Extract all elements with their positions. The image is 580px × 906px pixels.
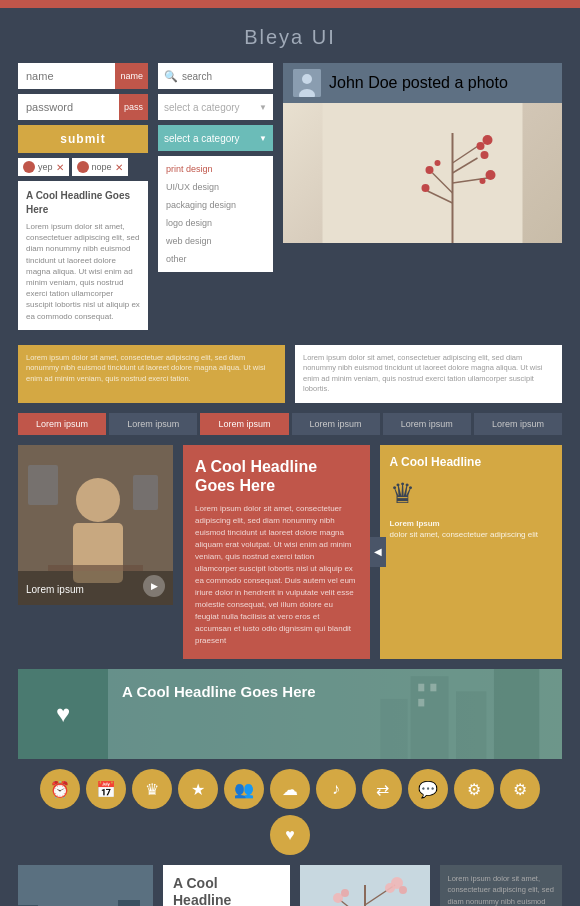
teal-card-text-area: A Cool Headline Goes Here xyxy=(108,669,562,759)
dropdown-item-3[interactable]: logo design xyxy=(158,214,273,232)
avatar-image xyxy=(293,69,321,97)
svg-point-12 xyxy=(481,151,489,159)
search-input[interactable] xyxy=(182,71,267,82)
password-field-wrapper: pass xyxy=(18,94,148,120)
svg-point-52 xyxy=(385,883,395,893)
tag-label-nope: nope xyxy=(92,162,112,172)
svg-rect-34 xyxy=(18,865,153,906)
icon-chat[interactable]: 💬 xyxy=(408,769,448,809)
icon-cloud[interactable]: ☁ xyxy=(270,769,310,809)
dropdown-item-5[interactable]: other xyxy=(158,250,273,268)
social-card-header: John Doe posted a photo xyxy=(283,63,562,103)
play-button[interactable]: ▶ xyxy=(143,575,165,597)
tag-nope[interactable]: nope ✕ xyxy=(72,158,128,176)
flower-photo-card: A Cool Headline Goes Here xyxy=(300,865,430,906)
dropdown-item-4[interactable]: web design xyxy=(158,232,273,250)
icon-star[interactable]: ★ xyxy=(178,769,218,809)
svg-rect-37 xyxy=(118,900,140,906)
password-tag: pass xyxy=(119,94,148,120)
icon-share[interactable]: ⇄ xyxy=(362,769,402,809)
tab-1[interactable]: Lorem ipsum xyxy=(109,413,197,435)
name-tag: name xyxy=(115,63,148,89)
text-right-card: Lorem ipsum dolor sit amet, consectetuer… xyxy=(440,865,563,906)
icon-heart[interactable]: ♥ xyxy=(270,815,310,855)
tabs-row: Lorem ipsum Lorem ipsum Lorem ipsum Lore… xyxy=(18,413,562,435)
tag-yep[interactable]: yep ✕ xyxy=(18,158,69,176)
content-text-body: Lorem ipsum dolor sit amet, consectetuer… xyxy=(26,221,140,322)
icons-grid: ⏰ 📅 ♛ ★ 👥 ☁ ♪ ⇄ 💬 ⚙ ⚙ ♥ xyxy=(18,769,562,855)
search-box[interactable]: 🔍 xyxy=(158,63,273,89)
city-road-image xyxy=(18,865,153,906)
tab-3[interactable]: Lorem ipsum xyxy=(292,413,380,435)
svg-point-17 xyxy=(435,160,441,166)
yellow-card-body: Lorem Ipsum xyxy=(390,519,440,528)
name-field-wrapper: name xyxy=(18,63,148,89)
tab-0[interactable]: Lorem ipsum xyxy=(18,413,106,435)
submit-button[interactable]: submit xyxy=(18,125,148,153)
select-dropdown-1[interactable]: select a category ▼ xyxy=(158,94,273,120)
text-block-yellow: Lorem ipsum dolor sit amet, consectetuer… xyxy=(18,345,285,403)
select-dropdown-2[interactable]: select a category ▼ xyxy=(158,125,273,151)
tab-4[interactable]: Lorem ipsum xyxy=(383,413,471,435)
yellow-feature-card: ◀ A Cool Headline ♛ Lorem Ipsum dolor si… xyxy=(380,445,563,659)
section-feature-cards: Lorem ipsum ▶ A Cool Headline Goes Here … xyxy=(18,445,562,659)
select-text-1: select a category xyxy=(164,102,240,113)
dropdown-item-0[interactable]: print design xyxy=(158,160,273,178)
tag-icon-yep xyxy=(23,161,35,173)
heart-icon: ♥ xyxy=(56,700,70,728)
city-photo-card xyxy=(18,865,153,906)
text-yellow-body: Lorem ipsum dolor sit amet, consectetuer… xyxy=(26,353,277,385)
crown-icon: ♛ xyxy=(390,477,553,510)
top-bar xyxy=(0,0,580,8)
icon-settings[interactable]: ⚙ xyxy=(454,769,494,809)
svg-point-55 xyxy=(341,889,349,897)
yellow-card-sub: dolor sit amet, consectetuer adipiscing … xyxy=(390,529,553,540)
tag-label-yep: yep xyxy=(38,162,53,172)
icon-crown[interactable]: ♛ xyxy=(132,769,172,809)
chevron-down-icon-1: ▼ xyxy=(259,103,267,112)
svg-point-1 xyxy=(302,74,312,84)
tag-close-nope[interactable]: ✕ xyxy=(115,162,123,173)
select-text-2: select a category xyxy=(164,133,240,144)
tab-2[interactable]: Lorem ipsum xyxy=(200,413,288,435)
flower-illustration xyxy=(283,103,562,243)
svg-point-13 xyxy=(486,170,496,180)
search-icon: 🔍 xyxy=(164,70,178,83)
teal-card-icon-area: ♥ xyxy=(18,669,108,759)
icon-music[interactable]: ♪ xyxy=(316,769,356,809)
dropdown-column: 🔍 select a category ▼ select a category … xyxy=(158,63,273,335)
teal-card: ♥ xyxy=(18,669,562,759)
svg-rect-24 xyxy=(133,475,158,510)
icon-alarm[interactable]: ⏰ xyxy=(40,769,80,809)
section-form-social: name pass submit yep ✕ nope ✕ xyxy=(18,63,562,335)
avatar xyxy=(293,69,321,97)
section-teal-card: ♥ xyxy=(18,669,562,759)
page-title: Bleya UI xyxy=(244,26,336,48)
red-card-headline: A Cool Headline Goes Here xyxy=(195,457,358,495)
icon-calendar[interactable]: 📅 xyxy=(86,769,126,809)
text-block-right: Lorem ipsum dolor sit amet, consectetuer… xyxy=(295,345,562,403)
svg-point-14 xyxy=(480,178,486,184)
page-header: Bleya UI xyxy=(0,8,580,63)
red-card: A Cool Headline Goes Here Lorem ipsum do… xyxy=(183,445,370,659)
tab-5[interactable]: Lorem ipsum xyxy=(474,413,562,435)
dropdown-menu: print design UI/UX design packaging desi… xyxy=(158,156,273,272)
icon-users[interactable]: 👥 xyxy=(224,769,264,809)
photo-card-image: Lorem ipsum ▶ xyxy=(18,445,173,605)
chevron-down-icon-2: ▼ xyxy=(259,134,267,143)
dropdown-item-2[interactable]: packaging design xyxy=(158,196,273,214)
dropdown-item-1[interactable]: UI/UX design xyxy=(158,178,273,196)
svg-rect-27 xyxy=(456,691,486,759)
bottom-body-2: Lorem ipsum dolor sit amet, consectetuer… xyxy=(448,873,555,906)
social-card-user: John Doe posted a photo xyxy=(329,74,508,92)
content-card-middle: A Cool Headline Lorem ipsum dolor sit am… xyxy=(163,865,290,906)
tag-close-yep[interactable]: ✕ xyxy=(56,162,64,173)
teal-card-headline: A Cool Headline Goes Here xyxy=(122,683,548,701)
svg-rect-23 xyxy=(28,465,58,505)
city-road-illustration xyxy=(18,865,153,906)
social-card: John Doe posted a photo xyxy=(283,63,562,335)
tag-row: yep ✕ nope ✕ xyxy=(18,158,148,176)
nav-arrow-left[interactable]: ◀ xyxy=(370,537,386,567)
icon-settings-2[interactable]: ⚙ xyxy=(500,769,540,809)
form-column: name pass submit yep ✕ nope ✕ xyxy=(18,63,148,335)
